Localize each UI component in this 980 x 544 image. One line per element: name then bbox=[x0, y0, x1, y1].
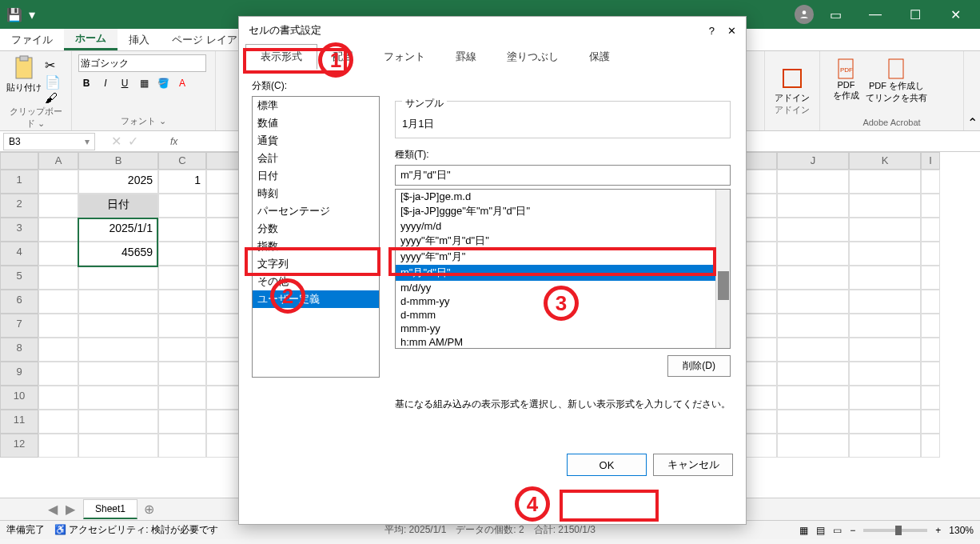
category-item[interactable]: 日付 bbox=[253, 167, 379, 185]
sheet-tab[interactable]: Sheet1 bbox=[83, 499, 137, 519]
zoom-level[interactable]: 130% bbox=[949, 525, 974, 536]
view-break-icon[interactable]: ▭ bbox=[833, 525, 842, 536]
cell[interactable] bbox=[921, 170, 940, 194]
category-item[interactable]: 文字列 bbox=[253, 255, 379, 273]
cell[interactable] bbox=[849, 170, 921, 194]
add-sheet-icon[interactable]: ⊕ bbox=[144, 502, 154, 517]
dtab-fill[interactable]: 塗りつぶし bbox=[492, 44, 574, 70]
cell[interactable] bbox=[78, 290, 158, 314]
ribbon-mode-icon[interactable]: ▭ bbox=[817, 0, 854, 29]
delete-button[interactable]: 削除(D) bbox=[667, 355, 731, 377]
cell[interactable] bbox=[921, 218, 940, 242]
category-item[interactable]: 分数 bbox=[253, 220, 379, 238]
type-list[interactable]: [$-ja-JP]ge.m.d[$-ja-JP]ggge"年"m"月"d"日"y… bbox=[395, 189, 731, 349]
col-header-b[interactable]: B bbox=[78, 152, 158, 170]
cell[interactable] bbox=[78, 338, 158, 362]
cell[interactable] bbox=[38, 290, 78, 314]
row-header[interactable]: 7 bbox=[0, 314, 38, 338]
maximize-icon[interactable]: ☐ bbox=[897, 0, 934, 29]
dtab-font[interactable]: フォント bbox=[368, 44, 440, 70]
category-item[interactable]: パーセンテージ bbox=[253, 202, 379, 220]
cell[interactable] bbox=[777, 386, 849, 410]
cell[interactable] bbox=[921, 434, 940, 458]
scrollbar[interactable] bbox=[715, 190, 730, 349]
help-icon[interactable]: ? bbox=[709, 25, 715, 37]
cell[interactable] bbox=[158, 338, 206, 362]
type-item[interactable]: mmm-yy bbox=[396, 322, 730, 335]
enter-icon[interactable]: ✓ bbox=[128, 134, 138, 149]
type-item[interactable]: yyyy/m/d bbox=[396, 219, 730, 233]
cell[interactable] bbox=[158, 410, 206, 434]
col-header-k[interactable]: K bbox=[849, 152, 921, 170]
sheet-nav-prev-icon[interactable]: ◀ bbox=[48, 502, 58, 517]
cell[interactable] bbox=[849, 410, 921, 434]
cell[interactable] bbox=[78, 266, 158, 290]
collapse-ribbon-icon[interactable]: ⌃ bbox=[967, 115, 978, 130]
type-item[interactable]: [$-ja-JP]ggge"年"m"月"d"日" bbox=[396, 203, 730, 219]
row-header[interactable]: 6 bbox=[0, 290, 38, 314]
cancel-icon[interactable]: ✕ bbox=[111, 134, 122, 149]
border-button[interactable]: ▦ bbox=[136, 75, 152, 91]
scrollbar-thumb[interactable] bbox=[718, 271, 729, 300]
category-item[interactable]: 指数 bbox=[253, 238, 379, 255]
cell[interactable] bbox=[921, 266, 940, 290]
zoom-slider[interactable] bbox=[863, 529, 927, 532]
save-icon[interactable]: 💾 bbox=[6, 7, 22, 22]
tab-file[interactable]: ファイル bbox=[0, 29, 64, 50]
cancel-button[interactable]: キャンセル bbox=[653, 454, 733, 476]
cell[interactable] bbox=[921, 314, 940, 338]
pdf-share-button[interactable]: PDF を作成し てリンクを共有 bbox=[866, 58, 927, 104]
cell[interactable] bbox=[38, 218, 78, 242]
category-item[interactable]: 数値 bbox=[253, 114, 379, 132]
tab-home[interactable]: ホーム bbox=[64, 29, 118, 50]
cell[interactable] bbox=[849, 338, 921, 362]
cell[interactable] bbox=[849, 386, 921, 410]
cell[interactable] bbox=[38, 170, 78, 194]
cell[interactable] bbox=[777, 338, 849, 362]
row-header[interactable]: 10 bbox=[0, 386, 38, 410]
row-header[interactable]: 2 bbox=[0, 194, 38, 218]
cell[interactable] bbox=[921, 290, 940, 314]
dtab-border[interactable]: 罫線 bbox=[440, 44, 492, 70]
row-header[interactable]: 9 bbox=[0, 362, 38, 386]
col-header-a[interactable]: A bbox=[38, 152, 78, 170]
type-item[interactable]: h:mm AM/PM bbox=[396, 335, 730, 349]
format-painter-icon[interactable]: 🖌 bbox=[45, 91, 61, 106]
dtab-format[interactable]: 表示形式 bbox=[245, 44, 317, 70]
cell[interactable] bbox=[921, 242, 940, 266]
category-item[interactable]: 標準 bbox=[253, 97, 379, 114]
avatar[interactable] bbox=[795, 5, 814, 24]
row-header[interactable]: 8 bbox=[0, 338, 38, 362]
cell[interactable] bbox=[158, 242, 206, 266]
cell[interactable] bbox=[849, 290, 921, 314]
cell[interactable] bbox=[849, 362, 921, 386]
cell[interactable] bbox=[158, 266, 206, 290]
tab-insert[interactable]: 挿入 bbox=[118, 29, 161, 50]
cell[interactable] bbox=[777, 266, 849, 290]
cell[interactable]: 2025/1/1 bbox=[78, 218, 158, 242]
copy-icon[interactable]: 📄 bbox=[45, 74, 61, 90]
italic-button[interactable]: I bbox=[98, 75, 114, 91]
cell[interactable] bbox=[777, 218, 849, 242]
dialog-close-icon[interactable]: ✕ bbox=[727, 25, 736, 37]
cut-icon[interactable]: ✂ bbox=[45, 58, 61, 73]
type-item[interactable]: d-mmm-yy bbox=[396, 294, 730, 308]
cell[interactable] bbox=[38, 410, 78, 434]
cell[interactable] bbox=[777, 242, 849, 266]
row-header[interactable]: 5 bbox=[0, 266, 38, 290]
zoom-out-icon[interactable]: − bbox=[850, 525, 855, 536]
cell[interactable] bbox=[158, 194, 206, 218]
fx-icon[interactable]: fx bbox=[170, 136, 177, 147]
cell[interactable] bbox=[78, 434, 158, 458]
undo-icon[interactable]: ▾ bbox=[29, 7, 35, 22]
close-window-icon[interactable]: ✕ bbox=[937, 0, 974, 29]
zoom-in-icon[interactable]: + bbox=[935, 525, 941, 536]
cell[interactable] bbox=[849, 194, 921, 218]
col-header-j[interactable]: J bbox=[777, 152, 849, 170]
type-item[interactable]: d-mmm bbox=[396, 308, 730, 322]
category-item[interactable]: 通貨 bbox=[253, 132, 379, 150]
font-family-select[interactable] bbox=[78, 54, 206, 72]
cell[interactable] bbox=[158, 434, 206, 458]
view-page-icon[interactable]: ▤ bbox=[816, 525, 825, 536]
row-header[interactable]: 3 bbox=[0, 218, 38, 242]
